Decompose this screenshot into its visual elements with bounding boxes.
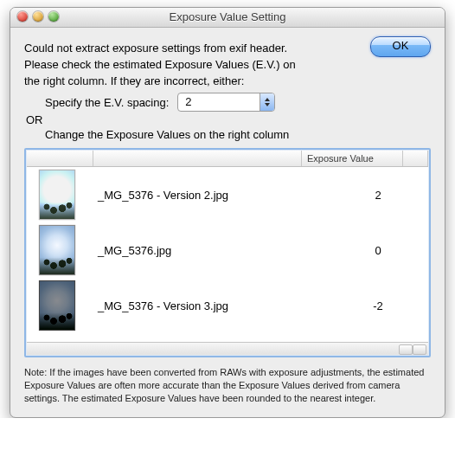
table-row[interactable]: _MG_5376 - Version 2.jpg 2	[27, 167, 428, 222]
table-row[interactable]: _MG_5376.jpg 0	[27, 222, 428, 278]
window-title: Exposure Value Setting	[10, 8, 445, 27]
thumbnail-image	[39, 225, 75, 275]
ev-spacing-label: Specify the E.V. spacing:	[45, 96, 169, 109]
thumbnail-image	[39, 170, 75, 220]
change-ev-label: Change the Exposure Values on the right …	[45, 128, 431, 141]
or-label: OR	[26, 113, 431, 126]
ev-cell[interactable]: 2	[328, 189, 428, 202]
col-header-thumbnail[interactable]	[27, 151, 93, 166]
ev-cell[interactable]: -2	[328, 299, 428, 312]
ev-cell[interactable]: 0	[328, 244, 428, 257]
chevron-down-icon	[265, 103, 270, 106]
ev-spacing-row: Specify the E.V. spacing: 2	[45, 93, 431, 112]
ev-spacing-select[interactable]: 2	[177, 93, 275, 112]
stepper-icon[interactable]	[260, 93, 274, 111]
footer-note: Note: If the images have been converted …	[24, 366, 431, 405]
filename-cell: _MG_5376 - Version 3.jpg	[93, 299, 328, 312]
ok-button[interactable]: OK	[370, 36, 431, 57]
instruction-line-1: Please check the estimated Exposure Valu…	[24, 58, 431, 71]
close-icon[interactable]	[17, 11, 28, 22]
ev-table: Exposure Value _MG_5376 - Version 2.jpg …	[24, 148, 431, 357]
table-header: Exposure Value	[27, 151, 428, 167]
chevron-up-icon	[265, 98, 270, 101]
filename-cell: _MG_5376 - Version 2.jpg	[93, 189, 328, 202]
col-header-pad	[403, 151, 428, 166]
table-row[interactable]: _MG_5376 - Version 3.jpg -2	[27, 278, 428, 333]
col-header-ev[interactable]: Exposure Value	[302, 151, 403, 166]
col-header-filename[interactable]	[93, 151, 302, 166]
instruction-line-2: the right column. If they are incorrect,…	[24, 74, 431, 87]
zoom-icon[interactable]	[48, 11, 59, 22]
horizontal-scrollbar[interactable]	[27, 342, 428, 355]
filename-cell: _MG_5376.jpg	[93, 244, 328, 257]
table-body: _MG_5376 - Version 2.jpg 2 _MG_5376.jpg …	[27, 167, 428, 342]
window-controls	[17, 11, 59, 22]
dialog-window: Exposure Value Setting OK Could not extr…	[10, 7, 445, 418]
thumbnail-image	[39, 280, 75, 331]
minimize-icon[interactable]	[33, 11, 43, 22]
titlebar: Exposure Value Setting	[10, 8, 445, 28]
ev-spacing-value: 2	[178, 93, 260, 111]
dialog-content: OK Could not extract exposure settings f…	[10, 28, 445, 417]
